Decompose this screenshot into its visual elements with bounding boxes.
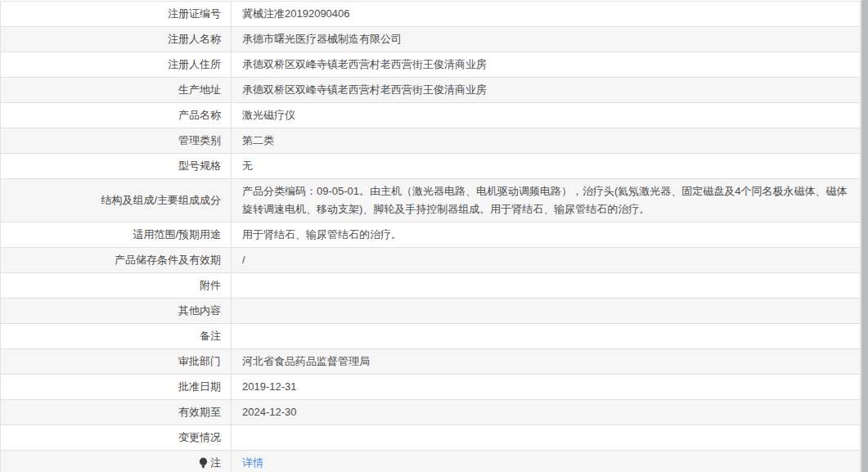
- row-label: 注: [1, 451, 232, 472]
- row-value: 承德双桥区双峰寺镇老西营村老西营街王俊清商业房: [232, 52, 860, 77]
- row-label: 审批部门: [1, 349, 232, 374]
- table-row: 审批部门 河北省食品药品监督管理局: [1, 349, 860, 375]
- table-row: 注册人名称 承德市曙光医疗器械制造有限公司: [1, 27, 860, 52]
- row-value: 冀械注准20192090406: [232, 2, 860, 26]
- table-row: 型号规格 无: [1, 154, 860, 179]
- row-label: 有效期至: [1, 400, 232, 425]
- row-label: 型号规格: [1, 154, 232, 178]
- row-label: 注册证编号: [1, 2, 232, 26]
- row-value: 产品分类编码：09-05-01。由主机（激光器电路、电机驱动调频电路），治疗头(…: [232, 179, 860, 222]
- table-row: 适用范围/预期用途 用于肾结石、输尿管结石的治疗。: [1, 223, 860, 248]
- row-value: 无: [232, 154, 860, 178]
- row-value: [232, 273, 860, 298]
- row-label: 注册人住所: [1, 52, 232, 77]
- table-row: 管理类别 第二类: [1, 128, 860, 154]
- registration-detail-table: 注册证编号 冀械注准20192090406 注册人名称 承德市曙光医疗器械制造有…: [0, 1, 861, 472]
- row-label: 适用范围/预期用途: [1, 223, 232, 247]
- row-value: [232, 425, 860, 450]
- row-value-text: 承德双桥区双峰寺镇老西营村老西营街王俊清商业房: [242, 81, 487, 99]
- note-label-text: 注: [210, 456, 221, 470]
- row-value: 第二类: [232, 128, 860, 153]
- row-value-text: 2019-12-31: [242, 378, 297, 396]
- row-value: 承德市曙光医疗器械制造有限公司: [232, 27, 860, 52]
- table-row: 注册人住所 承德双桥区双峰寺镇老西营村老西营街王俊清商业房: [1, 52, 860, 78]
- row-value-text: 承德市曙光医疗器械制造有限公司: [242, 30, 402, 48]
- table-row: 变更情况: [1, 425, 860, 451]
- table-row: 备注: [1, 324, 860, 349]
- table-row: 批准日期 2019-12-31: [1, 375, 860, 400]
- table-row: 产品名称 激光磁疗仪: [1, 103, 860, 128]
- lightbulb-icon: [198, 457, 209, 469]
- row-value-text: 激光磁疗仪: [242, 106, 295, 124]
- row-value: 2024-12-30: [232, 400, 860, 425]
- row-value: 激光磁疗仪: [232, 103, 860, 128]
- row-value: 详情: [232, 451, 860, 472]
- row-value: [232, 324, 860, 348]
- table-row: 有效期至 2024-12-30: [1, 400, 860, 425]
- registration-detail-page: 注册证编号 冀械注准20192090406 注册人名称 承德市曙光医疗器械制造有…: [0, 0, 868, 472]
- row-label: 生产地址: [1, 78, 232, 102]
- row-label: 备注: [1, 324, 232, 348]
- row-value-text: 用于肾结石、输尿管结石的治疗。: [242, 226, 402, 244]
- table-row: 生产地址 承德双桥区双峰寺镇老西营村老西营街王俊清商业房: [1, 78, 860, 103]
- row-value-text: 2024-12-30: [242, 403, 297, 421]
- row-value: /: [232, 248, 860, 272]
- row-label: 批准日期: [1, 375, 232, 399]
- table-row: 附件: [1, 273, 860, 299]
- row-label: 变更情况: [1, 425, 232, 450]
- row-label: 附件: [1, 273, 232, 298]
- row-value: 用于肾结石、输尿管结石的治疗。: [232, 223, 860, 247]
- row-value: 河北省食品药品监督管理局: [232, 349, 860, 374]
- row-label: 管理类别: [1, 128, 232, 153]
- row-value-text: 冀械注准20192090406: [242, 5, 350, 23]
- row-value: [232, 299, 860, 323]
- row-label: 结构及组成/主要组成成分: [1, 179, 232, 222]
- table-row: 结构及组成/主要组成成分 产品分类编码：09-05-01。由主机（激光器电路、电…: [1, 179, 860, 223]
- row-label: 产品储存条件及有效期: [1, 248, 232, 272]
- row-value-text: 承德双桥区双峰寺镇老西营村老西营街王俊清商业房: [242, 56, 487, 74]
- row-label: 其他内容: [1, 299, 232, 323]
- row-value-text: 产品分类编码：09-05-01。由主机（激光器电路、电机驱动调频电路），治疗头(…: [242, 182, 848, 218]
- row-label: 产品名称: [1, 103, 232, 128]
- row-value: 承德双桥区双峰寺镇老西营村老西营街王俊清商业房: [232, 78, 860, 102]
- table-row-note: 注 详情: [1, 451, 860, 472]
- row-value-text: 河北省食品药品监督管理局: [242, 353, 370, 371]
- details-link[interactable]: 详情: [242, 454, 263, 472]
- row-label: 注册人名称: [1, 27, 232, 52]
- row-value-text: 无: [242, 157, 253, 175]
- table-row: 注册证编号 冀械注准20192090406: [1, 2, 860, 27]
- row-value: 2019-12-31: [232, 375, 860, 399]
- table-row: 其他内容: [1, 299, 860, 324]
- row-value-text: 第二类: [242, 132, 274, 150]
- row-value-text: /: [242, 251, 245, 269]
- scrollbar[interactable]: [861, 0, 868, 472]
- table-row: 产品储存条件及有效期 /: [1, 248, 860, 273]
